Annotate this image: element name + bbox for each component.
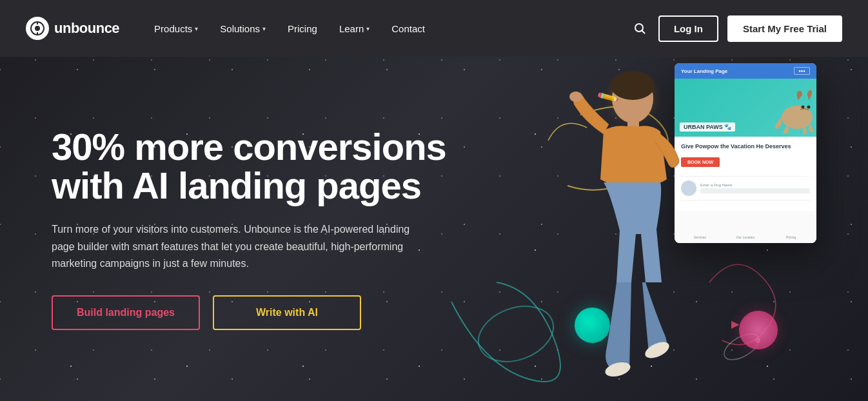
mockup-headline: Give Powpow the Vacation He Deserves [681,143,810,151]
search-icon [634,23,646,34]
dog-silhouette [765,82,816,137]
svg-point-22 [807,106,811,109]
person-figure [565,57,694,401]
nav-pricing-label: Pricing [288,23,317,34]
learn-chevron-icon: ▾ [366,25,370,32]
nav-learn[interactable]: Learn ▾ [330,18,379,39]
hero-content: 30% more conversions with AI landing pag… [52,128,446,331]
nav-links: Products ▾ Solutions ▾ Pricing Learn ▾ C… [145,18,630,39]
nav-solutions-label: Solutions [220,23,260,34]
search-button[interactable] [630,19,649,38]
nav-contact[interactable]: Contact [382,18,434,39]
nav-learn-label: Learn [339,23,364,34]
svg-line-5 [642,31,644,34]
logo[interactable]: unbounce [26,17,119,40]
mockup-footer-col-3: Pricing [769,215,813,239]
mockup-footer-grid: Services Our Location Pricing [675,211,816,243]
svg-rect-11 [800,170,806,177]
hero-title: 30% more conversions with AI landing pag… [52,128,446,206]
triangle-icon: ▶ [731,318,739,330]
nav-products[interactable]: Products ▾ [145,18,207,39]
svg-rect-10 [809,161,815,168]
hero-subtitle: Turn more of your visitors into customer… [52,221,413,272]
mockup-input-bar [700,188,810,193]
hero-section: 30% more conversions with AI landing pag… [0,57,868,401]
hero-title-line1: 30% more conversions [52,126,446,168]
mockup-avatar-row: Enter a Dog Name [681,181,810,196]
layout-icon [798,160,816,182]
mockup-header-btn: ●●● [794,67,810,75]
mockup-footer-col-2: Our Location [724,215,767,239]
login-button[interactable]: Log In [658,15,718,42]
nav-solutions[interactable]: Solutions ▾ [211,18,275,39]
logo-name: unbounce [54,20,119,37]
nav-products-label: Products [154,23,192,34]
nav-right: Log In Start My Free Trial [630,15,842,42]
hero-visual: ✏️ ▶ [417,57,868,401]
solutions-chevron-icon: ▾ [262,25,266,32]
hero-buttons: Build landing pages Write with AI [52,295,446,330]
svg-point-21 [802,106,805,109]
person-svg [565,57,694,401]
products-chevron-icon: ▾ [195,25,198,32]
mockup-section-label-3: Pricing [786,235,796,239]
navbar: unbounce Products ▾ Solutions ▾ Pricing … [0,0,868,57]
pink-orb [739,311,778,349]
mockup-input-area: Enter a Dog Name [700,183,810,193]
hero-title-line2: with AI landing pages [52,164,421,206]
svg-point-16 [569,92,582,102]
svg-rect-9 [800,161,806,168]
mockup-hero-image: URBAN PAWS 🐾 [675,79,816,137]
mockup-section-label-1: Services [694,235,706,239]
mockup-header-bar: Your Landing Page ●●● [675,63,816,79]
nav-contact-label: Contact [391,23,425,34]
svg-point-1 [35,26,40,31]
svg-point-19 [782,106,813,129]
mockup-divider-2 [681,200,810,200]
mockup-section-label-2: Our Location [736,235,755,239]
logo-icon [26,17,49,40]
svg-rect-12 [809,170,815,177]
mockup-input-label: Enter a Dog Name [700,183,810,187]
landing-page-mockup: Your Landing Page ●●● URBAN PAWS 🐾 [675,63,816,243]
nav-pricing[interactable]: Pricing [279,18,326,39]
write-with-ai-button[interactable]: Write with AI [213,295,361,330]
mockup-content: Give Powpow the Vacation He Deserves BOO… [675,137,816,211]
mockup-divider-1 [681,176,810,177]
trial-button[interactable]: Start My Free Trial [727,15,842,42]
build-pages-button[interactable]: Build landing pages [52,295,200,330]
